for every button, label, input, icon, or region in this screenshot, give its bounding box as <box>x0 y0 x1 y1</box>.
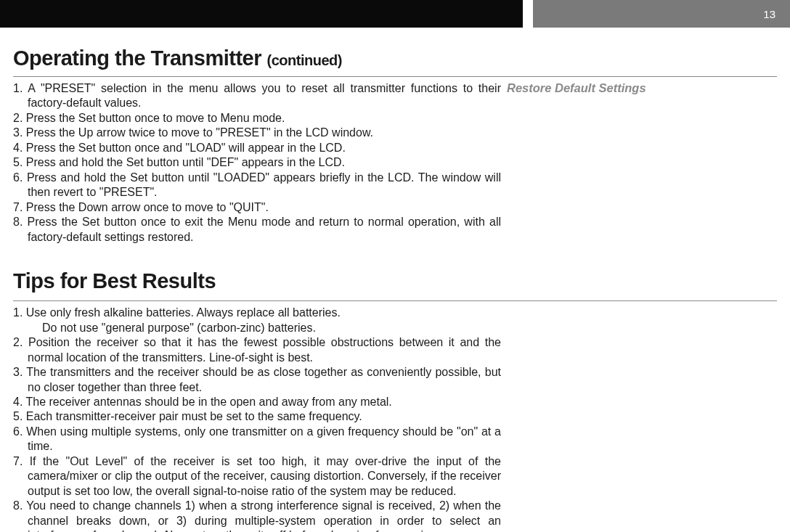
list-item: 4. Press the Set button once and "LOAD" … <box>13 141 501 155</box>
list-item: 2. Press the Set button once to move to … <box>13 111 501 126</box>
section2-main-column: 1. Use only fresh alkaline batteries. Al… <box>13 306 501 532</box>
list-item: 1. A "PRESET" selection in the menu allo… <box>13 81 501 111</box>
section-rule-2 <box>13 300 777 301</box>
page-content: Operating the Transmitter (continued) 1.… <box>0 28 790 532</box>
header-bar-left <box>0 0 523 28</box>
section1-main-column: 1. A "PRESET" selection in the menu allo… <box>13 81 501 245</box>
list-item: 3. Press the Up arrow twice to move to "… <box>13 126 501 140</box>
list-item: 6. Press and hold the Set button until "… <box>13 171 501 200</box>
list-item: 8. Press the Set button once to exit the… <box>13 215 501 245</box>
section1-side-column: Restore Default Settings <box>507 81 777 95</box>
list-item: 4. The receiver antennas should be in th… <box>13 395 501 409</box>
section1-body: 1. A "PRESET" selection in the menu allo… <box>13 81 777 245</box>
header-bar-gap <box>523 0 533 28</box>
section-title-operating: Operating the Transmitter (continued) <box>13 46 777 70</box>
list-item: 1. Use only fresh alkaline batteries. Al… <box>13 306 501 335</box>
tips-list: 1. Use only fresh alkaline batteries. Al… <box>13 306 501 532</box>
list-item: 5. Press and hold the Set button until "… <box>13 155 501 170</box>
side-heading-restore: Restore Default Settings <box>507 81 777 95</box>
list-item: 7. Press the Down arrow once to move to … <box>13 200 501 215</box>
page-number: 13 <box>763 8 775 20</box>
section-rule-1 <box>13 76 777 77</box>
header-bar-right: 13 <box>533 0 790 28</box>
list-item: 5. Each transmitter-receiver pair must b… <box>13 409 501 424</box>
restore-defaults-steps: 1. A "PRESET" selection in the menu allo… <box>13 81 501 245</box>
section-title-main: Operating the Transmitter <box>13 46 261 70</box>
header-bar: 13 <box>0 0 790 28</box>
list-item: 8. You need to change channels 1) when a… <box>13 499 501 532</box>
list-item: 7. If the "Out Level" of the receiver is… <box>13 454 501 499</box>
list-item-subtext: Do not use "general purpose" (carbon-zin… <box>28 321 501 335</box>
list-item: 6. When using multiple systems, only one… <box>13 425 501 454</box>
list-item: 3. The transmitters and the receiver sho… <box>13 365 501 395</box>
section2-body: 1. Use only fresh alkaline batteries. Al… <box>13 306 777 532</box>
section-title-tips: Tips for Best Results <box>13 269 777 293</box>
list-item-text: 1. Use only fresh alkaline batteries. Al… <box>13 306 341 319</box>
list-item: 2. Position the receiver so that it has … <box>13 335 501 365</box>
section-title-continued: (continued) <box>267 52 342 68</box>
